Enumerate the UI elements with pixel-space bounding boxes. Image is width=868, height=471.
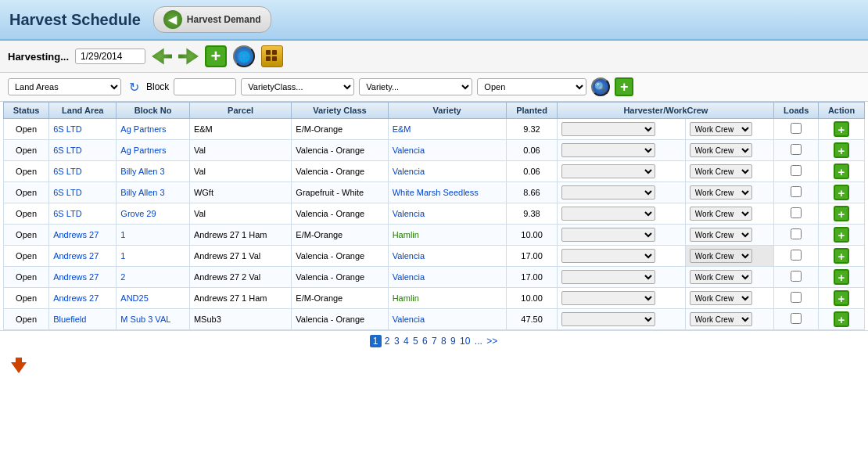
filter-add-button[interactable]: + [615,77,633,96]
workcrew-select[interactable]: Work Crew [690,164,752,178]
harvester-select[interactable] [561,228,655,242]
workcrew-select[interactable]: Work Crew [690,143,752,157]
cell-harvester[interactable] [558,309,685,330]
loads-checkbox[interactable] [791,186,802,197]
open-select[interactable]: Open [477,78,586,95]
cell-workcrew[interactable]: Work Crew [685,246,774,267]
variety-class-select[interactable]: VarietyClass... [241,78,354,95]
row-add-button[interactable]: + [834,311,849,327]
download-icon[interactable] [8,356,30,378]
cell-workcrew[interactable]: Work Crew [685,203,774,225]
search-button[interactable]: 🔍 [591,77,610,96]
cell-loads[interactable] [774,246,819,267]
harvest-demand-button[interactable]: ◀ Harvest Demand [153,6,271,33]
workcrew-select[interactable]: Work Crew [690,291,752,305]
cell-workcrew[interactable]: Work Crew [685,119,774,140]
workcrew-select[interactable]: Work Crew [690,312,752,326]
cell-harvester[interactable] [558,267,685,288]
cell-loads[interactable] [774,288,819,309]
cell-harvester[interactable] [558,288,685,309]
workcrew-select[interactable]: Work Crew [690,207,752,221]
page-10[interactable]: 10 [460,336,470,347]
globe-button[interactable]: 🌐 [233,45,255,67]
cell-action[interactable]: + [819,288,865,309]
loads-checkbox[interactable] [791,165,802,176]
page-9[interactable]: 9 [450,336,456,347]
cell-loads[interactable] [774,203,819,225]
workcrew-select[interactable]: Work Crew [690,249,752,263]
cell-workcrew[interactable]: Work Crew [685,182,774,203]
page-ellipsis[interactable]: ... [475,336,482,347]
cell-workcrew[interactable]: Work Crew [685,161,774,182]
row-add-button[interactable]: + [834,206,849,221]
row-add-button[interactable]: + [834,248,849,264]
page-1[interactable]: 1 [370,335,382,347]
loads-checkbox[interactable] [791,271,802,282]
page-3[interactable]: 3 [394,336,400,347]
harvester-select[interactable] [561,312,655,326]
cell-action[interactable]: + [819,161,865,182]
grid-button[interactable] [261,45,283,67]
loads-checkbox[interactable] [791,250,802,261]
cell-action[interactable]: + [819,119,865,140]
row-add-button[interactable]: + [834,142,849,158]
harvester-select[interactable] [561,185,655,200]
loads-checkbox[interactable] [791,123,802,134]
harvester-select[interactable] [561,122,655,136]
loads-checkbox[interactable] [791,144,802,155]
cell-harvester[interactable] [558,203,685,225]
variety-select[interactable]: Variety... [359,78,472,95]
loads-checkbox[interactable] [791,207,802,218]
harvester-select[interactable] [561,207,655,221]
cell-loads[interactable] [774,309,819,330]
cell-loads[interactable] [774,267,819,288]
cell-harvester[interactable] [558,182,685,203]
cell-action[interactable]: + [819,182,865,203]
cell-harvester[interactable] [558,246,685,267]
land-areas-select[interactable]: Land Areas [8,78,121,95]
cell-action[interactable]: + [819,246,865,267]
cell-workcrew[interactable]: Work Crew [685,309,774,330]
workcrew-select[interactable]: Work Crew [690,228,752,242]
workcrew-select[interactable]: Work Crew [690,185,752,200]
page-2[interactable]: 2 [385,336,390,347]
cell-loads[interactable] [774,161,819,182]
cell-loads[interactable] [774,140,819,161]
cell-action[interactable]: + [819,140,865,161]
cell-workcrew[interactable]: Work Crew [685,288,774,309]
row-add-button[interactable]: + [834,227,849,243]
cell-action[interactable]: + [819,267,865,288]
cell-workcrew[interactable]: Work Crew [685,140,774,161]
loads-checkbox[interactable] [791,292,802,303]
add-button[interactable]: + [205,45,227,67]
cell-harvester[interactable] [558,161,685,182]
row-add-button[interactable]: + [834,164,849,179]
cell-workcrew[interactable]: Work Crew [685,267,774,288]
block-input[interactable] [174,78,236,95]
cell-loads[interactable] [774,182,819,203]
row-add-button[interactable]: + [834,290,849,306]
harvester-select[interactable] [561,143,655,157]
cell-action[interactable]: + [819,225,865,246]
cell-harvester[interactable] [558,140,685,161]
harvester-select[interactable] [561,291,655,305]
harvester-select[interactable] [561,249,655,263]
row-add-button[interactable]: + [834,185,849,200]
harvester-select[interactable] [561,270,655,284]
page-6[interactable]: 6 [422,336,428,347]
harvester-select[interactable] [561,164,655,178]
page-7[interactable]: 7 [432,336,437,347]
page-8[interactable]: 8 [441,336,447,347]
page-5[interactable]: 5 [413,336,418,347]
cell-loads[interactable] [774,119,819,140]
row-add-button[interactable]: + [834,269,849,285]
cell-harvester[interactable] [558,225,685,246]
page-4[interactable]: 4 [404,336,409,347]
cell-action[interactable]: + [819,309,865,330]
cell-harvester[interactable] [558,119,685,140]
cell-workcrew[interactable]: Work Crew [685,225,774,246]
loads-checkbox[interactable] [791,228,802,239]
row-add-button[interactable]: + [834,121,849,137]
date-input[interactable] [75,49,145,64]
next-date-button[interactable] [178,46,199,67]
